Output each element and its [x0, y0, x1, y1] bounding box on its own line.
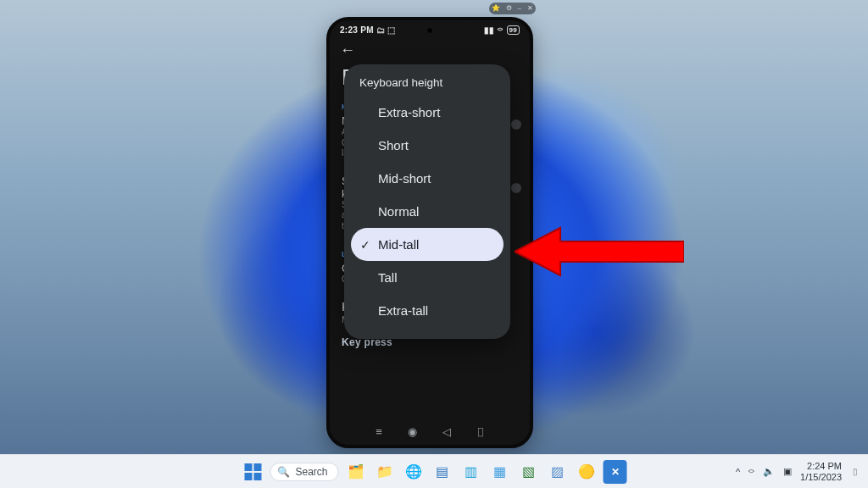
pinned-app-icon[interactable]: ▧ — [517, 460, 541, 484]
annotation-arrow-icon — [515, 221, 684, 282]
tray-chevron-icon[interactable]: ^ — [736, 467, 740, 477]
dialog-option-label: Extra-tall — [378, 303, 428, 318]
android-nav-bar[interactable]: ≡ ◉ ◁ ⌷ — [330, 422, 530, 441]
dialog-option-label: Mid-short — [378, 171, 431, 186]
edge-icon[interactable]: 🌐 — [402, 460, 426, 484]
dialog-option-short[interactable]: ✓Short — [344, 129, 510, 162]
keyboard-height-dialog: Keyboard height ✓Extra-short✓Short✓Mid-s… — [344, 64, 510, 339]
pinned-app-icon[interactable]: ▨ — [546, 460, 570, 484]
minimize-icon[interactable]: – — [518, 5, 521, 12]
notifications-icon[interactable]: ▯ — [850, 467, 860, 476]
taskbar-clock[interactable]: 2:24 PM 1/15/2023 — [800, 461, 842, 481]
pinned-app-icon[interactable]: ▥ — [459, 460, 483, 484]
pinned-app-icon[interactable]: ✕ — [604, 460, 627, 484]
explorer-icon[interactable]: 📁 — [373, 460, 397, 484]
camera-notch — [426, 27, 433, 34]
pinned-app-icon[interactable]: ▤ — [431, 460, 454, 484]
search-icon: 🔍 — [277, 466, 290, 478]
dialog-option-label: Short — [378, 138, 409, 152]
chrome-icon[interactable]: 🟡 — [575, 460, 598, 484]
wifi-icon: ⌔ — [498, 25, 503, 35]
dialog-option-mid-tall[interactable]: ✓Mid-tall — [351, 228, 504, 261]
taskbar-center: 🔍 Search 🗂️ 📁 🌐 ▤ ▥ ▦ ▧ ▨ 🟡 ✕ — [241, 460, 626, 484]
close-icon[interactable]: ✕ — [527, 5, 533, 12]
tray-battery-icon[interactable]: ▣ — [783, 466, 792, 477]
dialog-option-label: Mid-tall — [378, 237, 419, 252]
start-button[interactable] — [241, 460, 264, 484]
nav-back-icon[interactable]: ◁ — [442, 425, 451, 438]
toggle-icon[interactable] — [511, 119, 521, 130]
system-tray[interactable]: ^ ⌔ 🔈 ▣ 2:24 PM 1/15/2023 ▯ — [736, 461, 860, 481]
dialog-option-label: Tall — [378, 270, 398, 285]
nav-extra-icon[interactable]: ⌷ — [477, 425, 484, 438]
status-time: 2:23 PM 🗂 ⬚ — [340, 25, 396, 35]
tray-volume-icon[interactable]: 🔈 — [763, 466, 775, 477]
dialog-option-normal[interactable]: ✓Normal — [344, 195, 510, 228]
mirror-window-controls[interactable]: ⭐ ⚙ – ✕ — [489, 3, 536, 14]
windows-desktop: ⭐ ⚙ – ✕ 2:23 PM 🗂 ⬚ ▮▮ ⌔ 99 ← P K N A C … — [0, 0, 868, 488]
gear-icon[interactable]: ⚙ — [506, 5, 512, 12]
task-view-icon[interactable]: 🗂️ — [344, 460, 368, 484]
tray-wifi-icon[interactable]: ⌔ — [748, 467, 754, 477]
dialog-title: Keyboard height — [344, 75, 510, 96]
svg-marker-0 — [515, 228, 684, 275]
dialog-option-label: Extra-short — [378, 105, 440, 119]
taskbar-search[interactable]: 🔍 Search — [270, 463, 338, 481]
search-placeholder: Search — [295, 466, 327, 478]
dialog-option-mid-short[interactable]: ✓Mid-short — [344, 162, 510, 195]
pin-icon[interactable]: ⭐ — [492, 5, 500, 12]
dialog-option-label: Normal — [378, 204, 419, 219]
back-button[interactable]: ← — [330, 36, 530, 63]
dialog-option-extra-short[interactable]: ✓Extra-short — [344, 96, 510, 129]
check-icon: ✓ — [359, 238, 371, 252]
pinned-app-icon[interactable]: ▦ — [488, 460, 512, 484]
windows-taskbar[interactable]: 🔍 Search 🗂️ 📁 🌐 ▤ ▥ ▦ ▧ ▨ 🟡 ✕ ^ ⌔ 🔈 ▣ 2:… — [0, 454, 868, 488]
dialog-option-tall[interactable]: ✓Tall — [344, 261, 510, 294]
dialog-option-extra-tall[interactable]: ✓Extra-tall — [344, 294, 510, 327]
toggle-icon[interactable] — [511, 183, 521, 193]
recent-apps-icon[interactable]: ≡ — [376, 425, 382, 438]
battery-icon: 99 — [507, 25, 520, 35]
signal-icon: ▮▮ — [484, 25, 495, 35]
home-icon[interactable]: ◉ — [408, 425, 417, 438]
